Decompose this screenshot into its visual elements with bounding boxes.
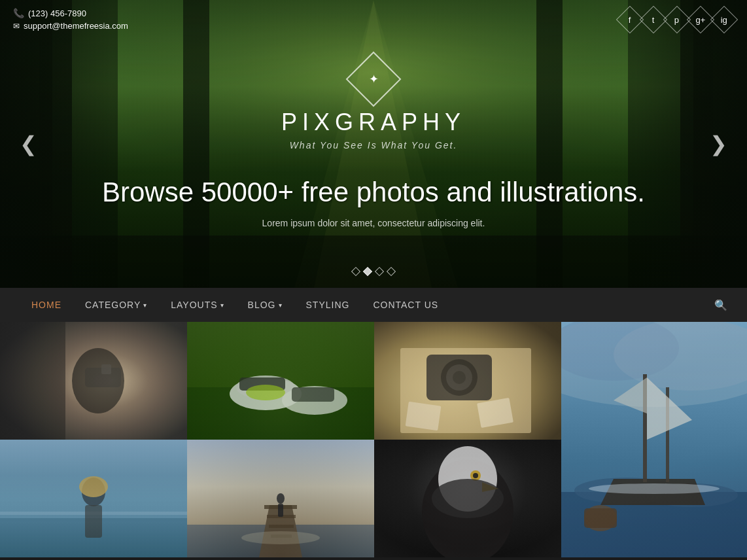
svg-rect-32 [477, 398, 513, 428]
blog-chevron-icon: ▾ [279, 302, 283, 309]
photo-ship[interactable] [561, 322, 747, 557]
svg-point-23 [246, 385, 285, 400]
svg-rect-33 [406, 402, 442, 431]
phone-icon: 📞 [13, 8, 24, 18]
email-icon: ✉ [13, 22, 20, 31]
svg-rect-42 [643, 374, 647, 482]
photo-camera-person[interactable] [0, 322, 187, 440]
svg-point-69 [473, 473, 478, 478]
email-address: support@themefreesia.com [24, 21, 128, 31]
email-contact: ✉ support@themefreesia.com [13, 21, 128, 31]
svg-rect-38 [561, 492, 747, 557]
svg-point-36 [561, 322, 679, 381]
nav-item-blog[interactable]: BLOG ▾ [236, 288, 294, 322]
search-button[interactable]: 🔍 [714, 299, 727, 311]
top-bar: 📞 (123) 456-7890 ✉ support@themefreesia.… [0, 0, 747, 39]
svg-point-15 [72, 348, 124, 413]
svg-marker-57 [259, 505, 302, 557]
nav-item-contact[interactable]: CONTACT US [361, 288, 450, 322]
svg-rect-55 [187, 440, 374, 557]
svg-rect-49 [0, 440, 187, 557]
svg-rect-13 [0, 322, 187, 440]
photo-map-svg [374, 322, 561, 440]
nav-label-home: HOME [31, 300, 61, 310]
nav-label-layouts: LAYOUTS [171, 300, 217, 310]
svg-rect-53 [85, 505, 102, 538]
svg-marker-70 [482, 482, 498, 492]
photo-camera-map[interactable] [374, 322, 561, 440]
photo-cam-svg [0, 322, 187, 440]
svg-rect-14 [0, 322, 65, 440]
svg-point-52 [82, 478, 105, 506]
slider-dot-2[interactable] [363, 267, 372, 276]
navbar: HOME CATEGORY ▾ LAYOUTS ▾ BLOG ▾ STYLING… [0, 288, 747, 322]
instagram-icon[interactable]: ig [710, 5, 738, 33]
nav-label-styling: STYLING [306, 300, 350, 310]
svg-rect-27 [400, 348, 531, 433]
slider-next-arrow[interactable]: ❯ [703, 125, 734, 163]
hero-headline: Browse 50000+ free photos and illustrati… [102, 177, 645, 208]
svg-point-68 [470, 470, 481, 481]
slider-dots [353, 268, 394, 275]
photo-girl-beach[interactable] [0, 440, 187, 557]
svg-rect-47 [584, 508, 617, 528]
layouts-chevron-icon: ▾ [220, 302, 224, 309]
slider-dot-3[interactable] [375, 267, 384, 276]
photo-ship-svg [561, 322, 747, 557]
contact-info: 📞 (123) 456-7890 ✉ support@themefreesia.… [13, 8, 128, 31]
slider-prev-arrow[interactable]: ❮ [13, 125, 44, 163]
search-icon: 🔍 [714, 300, 727, 311]
svg-point-48 [589, 483, 720, 494]
svg-point-66 [422, 459, 513, 557]
svg-rect-16 [85, 368, 121, 387]
svg-marker-45 [614, 377, 647, 413]
svg-rect-19 [187, 387, 374, 440]
hero-description: Lorem ipsum dolor sit amet, consectetur … [262, 218, 485, 228]
svg-rect-25 [292, 387, 334, 402]
svg-rect-60 [269, 525, 294, 528]
photo-sneakers[interactable] [187, 322, 374, 440]
hero-content: ✦ PIXGRAPHY What You See Is What You Get… [0, 0, 747, 288]
svg-rect-56 [187, 525, 374, 557]
svg-rect-22 [239, 377, 285, 391]
nav-item-category[interactable]: CATEGORY ▾ [73, 288, 159, 322]
svg-rect-50 [0, 518, 187, 557]
svg-rect-58 [264, 505, 297, 509]
nav-links: HOME CATEGORY ▾ LAYOUTS ▾ BLOG ▾ STYLING… [20, 288, 450, 322]
svg-point-21 [236, 376, 295, 399]
svg-rect-61 [271, 534, 292, 538]
nav-item-styling[interactable]: STYLING [294, 288, 362, 322]
svg-point-64 [241, 531, 320, 544]
nav-label-blog: BLOG [248, 300, 276, 310]
photo-dock[interactable] [187, 440, 374, 557]
svg-rect-65 [374, 440, 561, 557]
slider-dot-4[interactable] [387, 267, 396, 276]
svg-point-39 [574, 478, 679, 504]
svg-rect-17 [101, 364, 111, 374]
svg-rect-63 [278, 504, 283, 517]
photo-dock-svg [187, 440, 374, 557]
svg-rect-51 [0, 512, 187, 515]
svg-point-31 [453, 371, 466, 384]
svg-point-24 [282, 386, 347, 415]
svg-point-46 [584, 505, 617, 531]
nav-label-contact: CONTACT US [373, 300, 438, 310]
photo-grid [0, 322, 747, 557]
logo-diamond: ✦ [346, 52, 402, 107]
svg-rect-43 [666, 387, 669, 482]
phone-contact: 📞 (123) 456-7890 [13, 8, 128, 18]
svg-point-67 [438, 446, 497, 512]
svg-point-35 [561, 322, 747, 407]
svg-point-71 [432, 479, 504, 518]
photo-eagle-svg [374, 440, 561, 557]
svg-rect-28 [426, 355, 492, 400]
nav-item-layouts[interactable]: LAYOUTS ▾ [159, 288, 235, 322]
slider-dot-1[interactable] [351, 267, 360, 276]
svg-point-62 [277, 493, 285, 504]
nav-label-category: CATEGORY [85, 300, 141, 310]
svg-point-30 [446, 364, 472, 391]
nav-item-home[interactable]: HOME [20, 288, 73, 322]
photo-shoes-svg [187, 322, 374, 440]
photo-eagle[interactable] [374, 440, 561, 557]
svg-point-40 [646, 483, 738, 507]
